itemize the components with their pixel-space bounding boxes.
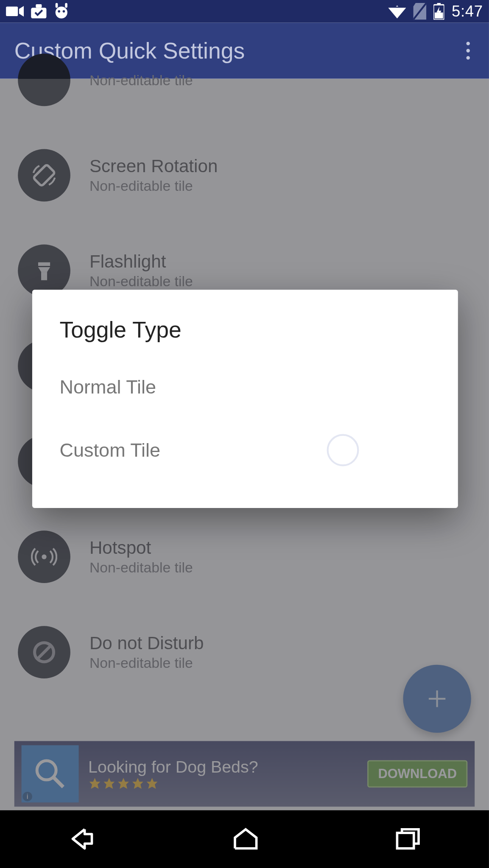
battery-charging-icon [434,3,444,20]
toggle-type-dialog: Toggle Type Normal Tile Custom Tile [32,290,458,508]
svg-marker-1 [19,6,24,17]
svg-point-8 [63,10,65,13]
touch-ripple-icon [327,434,359,466]
back-button[interactable] [68,827,96,853]
back-icon [68,827,96,851]
svg-rect-3 [36,4,42,8]
svg-rect-14 [437,3,441,5]
clock-text: 5:47 [452,2,483,21]
dialog-title: Toggle Type [32,317,458,358]
dialog-option-custom[interactable]: Custom Tile [32,416,458,484]
briefcase-check-icon [31,4,47,19]
home-button[interactable] [232,827,259,853]
recent-apps-button[interactable] [395,827,421,853]
svg-point-4 [56,6,67,18]
videocam-icon [6,6,24,17]
svg-marker-9 [388,8,406,18]
svg-rect-6 [65,3,67,8]
recent-icon [395,827,421,851]
dialog-option-label: Normal Tile [60,376,156,398]
svg-point-7 [58,10,60,13]
home-icon [232,827,259,851]
svg-rect-33 [397,833,414,848]
dialog-option-normal[interactable]: Normal Tile [32,358,458,416]
svg-rect-5 [56,3,58,8]
wifi-icon [388,4,406,19]
status-bar: 5:47 [0,0,489,22]
navigation-bar [0,810,489,868]
dialog-option-label: Custom Tile [60,439,161,461]
no-sim-icon [414,3,427,20]
svg-rect-0 [6,6,18,16]
screen: 5:47 Custom Quick Settings Non-editable … [0,0,489,868]
cyanogen-icon [54,3,70,20]
